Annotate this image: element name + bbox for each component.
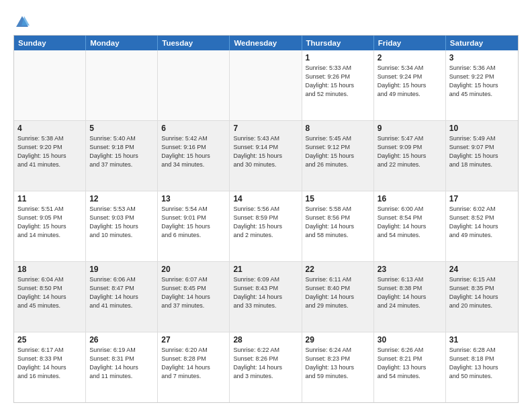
day-number: 28 xyxy=(233,335,298,345)
header-cell-saturday: Saturday xyxy=(446,36,518,50)
header-cell-thursday: Thursday xyxy=(302,36,374,50)
day-info: Sunrise: 6:19 AM Sunset: 8:31 PM Dayligh… xyxy=(89,346,154,381)
day-number: 10 xyxy=(449,124,515,133)
calendar-row-5: 25Sunrise: 6:17 AM Sunset: 8:33 PM Dayli… xyxy=(14,332,518,402)
calendar-cell xyxy=(230,50,302,120)
calendar-header: SundayMondayTuesdayWednesdayThursdayFrid… xyxy=(14,36,518,50)
day-info: Sunrise: 6:04 AM Sunset: 8:50 PM Dayligh… xyxy=(17,275,82,310)
day-number: 5 xyxy=(89,124,154,133)
day-number: 20 xyxy=(161,265,226,274)
day-number: 3 xyxy=(449,53,515,62)
calendar-cell: 13Sunrise: 5:54 AM Sunset: 9:01 PM Dayli… xyxy=(158,191,230,261)
day-number: 14 xyxy=(233,194,298,203)
day-info: Sunrise: 5:49 AM Sunset: 9:07 PM Dayligh… xyxy=(449,134,515,169)
calendar-cell xyxy=(86,50,158,120)
day-number: 8 xyxy=(306,124,370,133)
day-info: Sunrise: 5:36 AM Sunset: 9:22 PM Dayligh… xyxy=(449,64,515,99)
calendar-cell: 4Sunrise: 5:38 AM Sunset: 9:20 PM Daylig… xyxy=(14,121,86,191)
day-info: Sunrise: 5:43 AM Sunset: 9:14 PM Dayligh… xyxy=(233,134,298,169)
day-info: Sunrise: 6:07 AM Sunset: 8:45 PM Dayligh… xyxy=(161,275,226,310)
calendar-cell: 25Sunrise: 6:17 AM Sunset: 8:33 PM Dayli… xyxy=(14,332,86,402)
day-number: 7 xyxy=(233,124,298,133)
calendar-cell: 27Sunrise: 6:20 AM Sunset: 8:28 PM Dayli… xyxy=(158,332,230,402)
day-number: 27 xyxy=(161,335,226,345)
day-info: Sunrise: 6:20 AM Sunset: 8:28 PM Dayligh… xyxy=(161,346,226,381)
calendar-cell: 16Sunrise: 6:00 AM Sunset: 8:54 PM Dayli… xyxy=(374,191,446,261)
day-info: Sunrise: 5:54 AM Sunset: 9:01 PM Dayligh… xyxy=(161,205,226,240)
day-info: Sunrise: 6:28 AM Sunset: 8:18 PM Dayligh… xyxy=(449,346,515,381)
day-info: Sunrise: 5:38 AM Sunset: 9:20 PM Dayligh… xyxy=(17,134,82,169)
day-info: Sunrise: 5:58 AM Sunset: 8:56 PM Dayligh… xyxy=(306,205,370,240)
calendar-row-3: 11Sunrise: 5:51 AM Sunset: 9:05 PM Dayli… xyxy=(14,191,518,262)
day-info: Sunrise: 5:56 AM Sunset: 8:59 PM Dayligh… xyxy=(233,205,298,240)
calendar-cell: 18Sunrise: 6:04 AM Sunset: 8:50 PM Dayli… xyxy=(14,262,86,332)
day-info: Sunrise: 5:53 AM Sunset: 9:03 PM Dayligh… xyxy=(89,205,154,240)
calendar-cell: 11Sunrise: 5:51 AM Sunset: 9:05 PM Dayli… xyxy=(14,191,86,261)
calendar-cell: 29Sunrise: 6:24 AM Sunset: 8:23 PM Dayli… xyxy=(302,332,374,402)
calendar-cell: 12Sunrise: 5:53 AM Sunset: 9:03 PM Dayli… xyxy=(86,191,158,261)
day-number: 23 xyxy=(378,265,442,274)
day-number: 25 xyxy=(17,335,82,345)
calendar-cell: 30Sunrise: 6:26 AM Sunset: 8:21 PM Dayli… xyxy=(374,332,446,402)
calendar-cell: 6Sunrise: 5:42 AM Sunset: 9:16 PM Daylig… xyxy=(158,121,230,191)
day-info: Sunrise: 6:13 AM Sunset: 8:38 PM Dayligh… xyxy=(378,275,442,310)
day-info: Sunrise: 6:11 AM Sunset: 8:40 PM Dayligh… xyxy=(306,275,370,310)
day-number: 15 xyxy=(306,194,370,203)
day-number: 22 xyxy=(306,265,370,274)
day-number: 6 xyxy=(161,124,226,133)
day-info: Sunrise: 6:02 AM Sunset: 8:52 PM Dayligh… xyxy=(449,205,515,240)
calendar-cell: 5Sunrise: 5:40 AM Sunset: 9:18 PM Daylig… xyxy=(86,121,158,191)
day-info: Sunrise: 5:51 AM Sunset: 9:05 PM Dayligh… xyxy=(17,205,82,240)
day-number: 9 xyxy=(378,124,442,133)
day-number: 18 xyxy=(17,265,82,274)
calendar-cell: 21Sunrise: 6:09 AM Sunset: 8:43 PM Dayli… xyxy=(230,262,302,332)
day-number: 31 xyxy=(449,335,515,345)
calendar-cell: 24Sunrise: 6:15 AM Sunset: 8:35 PM Dayli… xyxy=(446,262,518,332)
calendar-row-4: 18Sunrise: 6:04 AM Sunset: 8:50 PM Dayli… xyxy=(14,262,518,332)
day-info: Sunrise: 5:47 AM Sunset: 9:09 PM Dayligh… xyxy=(378,134,442,169)
calendar: SundayMondayTuesdayWednesdayThursdayFrid… xyxy=(13,35,519,403)
day-number: 1 xyxy=(306,53,370,62)
day-number: 24 xyxy=(449,265,515,274)
day-info: Sunrise: 6:00 AM Sunset: 8:54 PM Dayligh… xyxy=(378,205,442,240)
calendar-cell: 22Sunrise: 6:11 AM Sunset: 8:40 PM Dayli… xyxy=(302,262,374,332)
header-cell-friday: Friday xyxy=(374,36,446,50)
header-cell-monday: Monday xyxy=(86,36,158,50)
day-number: 11 xyxy=(17,194,82,203)
calendar-cell: 10Sunrise: 5:49 AM Sunset: 9:07 PM Dayli… xyxy=(446,121,518,191)
day-info: Sunrise: 6:17 AM Sunset: 8:33 PM Dayligh… xyxy=(17,346,82,381)
day-number: 19 xyxy=(89,265,154,274)
day-info: Sunrise: 6:15 AM Sunset: 8:35 PM Dayligh… xyxy=(449,275,515,310)
calendar-cell: 31Sunrise: 6:28 AM Sunset: 8:18 PM Dayli… xyxy=(446,332,518,402)
calendar-cell: 14Sunrise: 5:56 AM Sunset: 8:59 PM Dayli… xyxy=(230,191,302,261)
day-info: Sunrise: 6:06 AM Sunset: 8:47 PM Dayligh… xyxy=(89,275,154,310)
day-number: 16 xyxy=(378,194,442,203)
calendar-cell: 15Sunrise: 5:58 AM Sunset: 8:56 PM Dayli… xyxy=(302,191,374,261)
calendar-cell xyxy=(158,50,230,120)
header-cell-sunday: Sunday xyxy=(14,36,86,50)
header-cell-wednesday: Wednesday xyxy=(230,36,302,50)
day-number: 29 xyxy=(306,335,370,345)
calendar-cell xyxy=(14,50,86,120)
day-info: Sunrise: 5:42 AM Sunset: 9:16 PM Dayligh… xyxy=(161,134,226,169)
calendar-cell: 2Sunrise: 5:34 AM Sunset: 9:24 PM Daylig… xyxy=(374,50,446,120)
day-info: Sunrise: 6:24 AM Sunset: 8:23 PM Dayligh… xyxy=(306,346,370,381)
day-info: Sunrise: 6:09 AM Sunset: 8:43 PM Dayligh… xyxy=(233,275,298,310)
calendar-row-1: 1Sunrise: 5:33 AM Sunset: 9:26 PM Daylig… xyxy=(14,50,518,121)
calendar-cell: 17Sunrise: 6:02 AM Sunset: 8:52 PM Dayli… xyxy=(446,191,518,261)
day-number: 17 xyxy=(449,194,515,203)
calendar-cell: 3Sunrise: 5:36 AM Sunset: 9:22 PM Daylig… xyxy=(446,50,518,120)
day-info: Sunrise: 5:45 AM Sunset: 9:12 PM Dayligh… xyxy=(306,134,370,169)
day-info: Sunrise: 6:26 AM Sunset: 8:21 PM Dayligh… xyxy=(378,346,442,381)
day-info: Sunrise: 5:33 AM Sunset: 9:26 PM Dayligh… xyxy=(306,64,370,99)
page: SundayMondayTuesdayWednesdayThursdayFrid… xyxy=(0,0,532,411)
header-cell-tuesday: Tuesday xyxy=(158,36,230,50)
day-number: 30 xyxy=(378,335,442,345)
day-number: 21 xyxy=(233,265,298,274)
day-number: 12 xyxy=(89,194,154,203)
day-number: 13 xyxy=(161,194,226,203)
calendar-cell: 9Sunrise: 5:47 AM Sunset: 9:09 PM Daylig… xyxy=(374,121,446,191)
day-number: 2 xyxy=(378,53,442,62)
day-info: Sunrise: 6:22 AM Sunset: 8:26 PM Dayligh… xyxy=(233,346,298,381)
calendar-body: 1Sunrise: 5:33 AM Sunset: 9:26 PM Daylig… xyxy=(14,50,518,402)
